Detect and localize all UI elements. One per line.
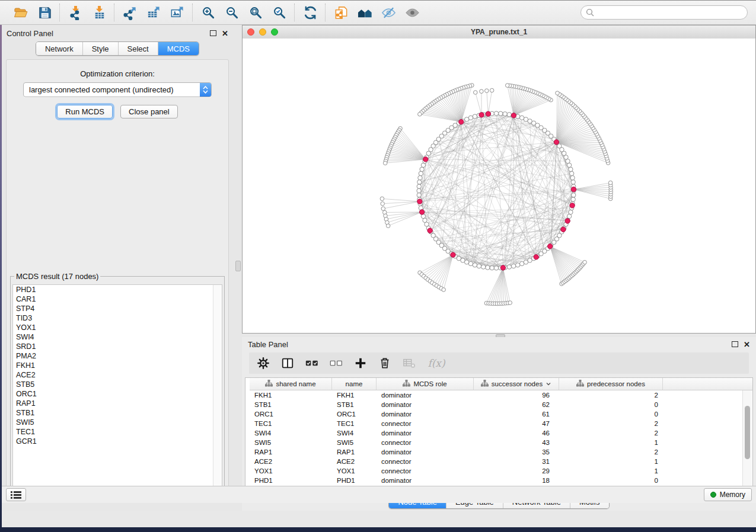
select-all-icon[interactable] [305, 356, 319, 370]
memory-status-icon [710, 492, 716, 498]
close-panel-button[interactable]: Close panel [120, 105, 178, 118]
export-table-icon[interactable] [146, 5, 161, 20]
mcds-node-item[interactable]: SRD1 [13, 342, 222, 351]
table-row[interactable]: SWI4SWI4dominator462 [250, 428, 752, 438]
network-view-frame: YPA_prune.txt_1 [242, 25, 756, 334]
zoom-selected-icon[interactable] [272, 5, 287, 20]
copy-style-icon[interactable] [333, 5, 349, 20]
mcds-node-item[interactable]: YOX1 [13, 323, 222, 332]
search-box [580, 5, 748, 20]
memory-button[interactable]: Memory [704, 488, 752, 501]
column-header-name[interactable]: name [332, 378, 377, 390]
cell-successor-nodes: 61 [474, 411, 559, 418]
cell-successor-nodes: 35 [474, 448, 559, 456]
save-session-icon[interactable] [37, 5, 52, 20]
mcds-node-item[interactable]: TID3 [13, 313, 222, 323]
zoom-fit-icon[interactable] [248, 5, 263, 20]
table-panel: Table Panel ✕ f(x) shared namenameMCDS r… [242, 337, 756, 511]
tab-select[interactable]: Select [118, 42, 158, 55]
table-toolbar: f(x) [249, 352, 749, 374]
table-panel-title: Table Panel [248, 340, 288, 349]
mcds-node-item[interactable]: PMA2 [13, 351, 222, 361]
mcds-node-item[interactable]: GCR1 [13, 437, 222, 446]
export-image-icon[interactable] [170, 5, 185, 20]
add-row-icon[interactable] [353, 356, 368, 370]
run-mcds-button[interactable]: Run MCDS [57, 105, 113, 118]
close-panel-icon[interactable]: ✕ [744, 341, 750, 348]
tab-style[interactable]: Style [82, 42, 118, 55]
mcds-node-item[interactable]: TEC1 [13, 427, 222, 437]
cell-name: SWI5 [332, 439, 377, 446]
first-neighbors-icon[interactable] [357, 5, 372, 20]
column-header-shared-name[interactable]: shared name [250, 378, 332, 390]
refresh-network-icon[interactable] [302, 5, 318, 20]
cell-MCDS-role: connector [377, 420, 474, 427]
zoom-in-icon[interactable] [200, 5, 216, 20]
table-row[interactable]: TEC1TEC1connector472 [250, 419, 752, 428]
cell-predecessor-nodes: 2 [559, 420, 663, 427]
table-row[interactable]: STB1STB1dominator620 [250, 400, 752, 409]
mcds-node-item[interactable]: CAR1 [13, 294, 222, 304]
float-panel-icon[interactable] [732, 341, 738, 347]
status-bar: Memory [2, 486, 756, 503]
hide-selected-icon[interactable] [381, 5, 396, 20]
mcds-node-item[interactable]: SWI5 [13, 418, 222, 427]
cell-successor-nodes: 47 [474, 420, 559, 427]
table-row[interactable]: ACE2ACE2connector311 [250, 457, 752, 466]
cell-name: FKH1 [332, 392, 377, 399]
mcds-node-item[interactable]: STB1 [13, 408, 222, 418]
table-row[interactable]: ORC1ORC1dominator610 [250, 409, 752, 419]
mcds-node-item[interactable]: PHD1 [13, 285, 222, 294]
delete-row-icon[interactable] [378, 356, 392, 370]
import-table-icon[interactable] [91, 5, 107, 20]
network-graph[interactable] [243, 39, 755, 333]
cell-successor-nodes: 46 [474, 430, 559, 437]
vertical-splitter[interactable] [233, 25, 242, 511]
settings-icon[interactable] [256, 356, 270, 370]
memory-label: Memory [720, 491, 745, 499]
table-row[interactable]: FKH1FKH1dominator962 [250, 390, 752, 400]
table-scrollbar[interactable] [742, 390, 752, 493]
column-header-successor-nodes[interactable]: successor nodes [474, 378, 559, 390]
task-list-icon [11, 491, 21, 499]
open-file-icon[interactable] [13, 5, 28, 20]
cell-shared-name: ORC1 [250, 411, 332, 418]
splitter-handle[interactable] [235, 261, 241, 271]
column-header-MCDS-role[interactable]: MCDS role [377, 378, 474, 390]
shared-column-icon [403, 380, 410, 388]
tab-mcds[interactable]: MCDS [158, 42, 199, 55]
mcds-node-item[interactable]: SWI4 [13, 332, 222, 342]
show-columns-icon[interactable] [280, 356, 295, 370]
mcds-node-item[interactable]: ORC1 [13, 389, 222, 399]
network-window-titlebar[interactable]: YPA_prune.txt_1 [243, 25, 755, 39]
float-panel-icon[interactable] [210, 30, 216, 36]
zoom-out-icon[interactable] [224, 5, 240, 20]
mcds-node-item[interactable]: FKH1 [13, 361, 222, 370]
shared-column-icon [481, 380, 489, 388]
mcds-node-item[interactable]: ACE2 [13, 370, 222, 380]
show-all-icon[interactable] [404, 5, 420, 20]
table-row[interactable]: PHD1PHD1dominator180 [250, 476, 752, 485]
mcds-node-item[interactable]: RAP1 [13, 399, 222, 408]
export-network-icon[interactable] [122, 5, 138, 20]
cell-MCDS-role: connector [377, 439, 474, 446]
mcds-node-item[interactable]: STB5 [13, 380, 222, 389]
table-row[interactable]: YOX1YOX1connector291 [250, 466, 752, 476]
search-input[interactable] [580, 5, 748, 20]
mcds-node-item[interactable]: STP4 [13, 304, 222, 313]
tab-network[interactable]: Network [36, 42, 82, 55]
cell-name: TEC1 [332, 420, 377, 427]
table-row[interactable]: RAP1RAP1dominator352 [250, 447, 752, 457]
network-canvas[interactable] [243, 39, 755, 333]
import-network-icon[interactable] [68, 5, 83, 20]
task-history-button[interactable] [6, 488, 26, 501]
scrollbar-thumb[interactable] [745, 406, 750, 459]
column-header-predecessor-nodes[interactable]: predecessor nodes [559, 378, 663, 390]
cell-shared-name: SWI4 [250, 430, 332, 437]
mcds-result-list[interactable]: PHD1CAR1STP4TID3YOX1SWI4SRD1PMA2FKH1ACE2… [12, 284, 222, 496]
mcds-list-scrollbar[interactable] [213, 285, 222, 496]
criterion-select[interactable]: largest connected component (undirected) [23, 82, 212, 97]
close-panel-icon[interactable]: ✕ [222, 30, 228, 37]
deselect-all-icon[interactable] [329, 356, 343, 370]
table-row[interactable]: SWI5SWI5connector431 [250, 438, 752, 447]
